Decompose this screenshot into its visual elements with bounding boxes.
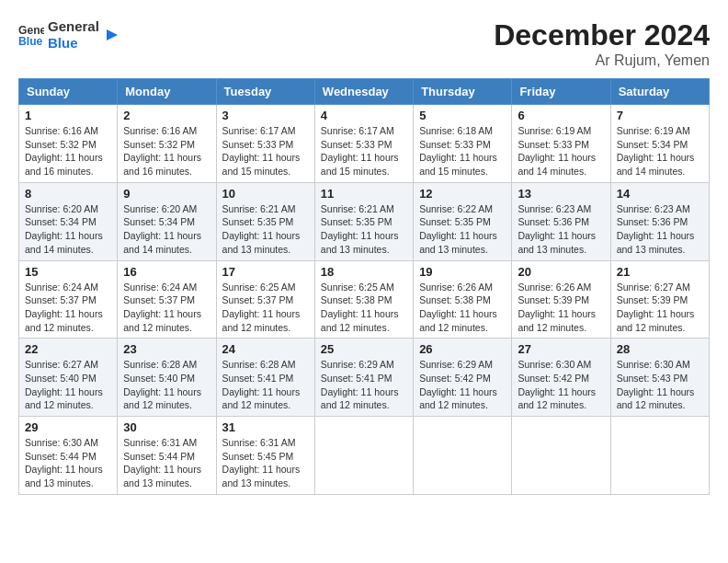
- calendar-cell: 27Sunrise: 6:30 AMSunset: 5:42 PMDayligh…: [512, 339, 610, 417]
- day-info: Sunrise: 6:28 AMSunset: 5:41 PMDaylight:…: [222, 358, 309, 412]
- calendar-cell: 20Sunrise: 6:26 AMSunset: 5:39 PMDayligh…: [512, 260, 610, 339]
- day-info: Sunrise: 6:23 AMSunset: 5:36 PMDaylight:…: [617, 202, 703, 257]
- location-subtitle: Ar Rujum, Yemen: [494, 52, 710, 69]
- calendar-table: SundayMondayTuesdayWednesdayThursdayFrid…: [18, 78, 710, 495]
- day-info: Sunrise: 6:21 AMSunset: 5:35 PMDaylight:…: [321, 202, 407, 257]
- day-info: Sunrise: 6:24 AMSunset: 5:37 PMDaylight:…: [123, 281, 210, 335]
- day-info: Sunrise: 6:26 AMSunset: 5:38 PMDaylight:…: [419, 281, 506, 335]
- day-number: 3: [222, 109, 309, 122]
- day-info: Sunrise: 6:21 AMSunset: 5:35 PMDaylight:…: [222, 202, 309, 257]
- day-info: Sunrise: 6:27 AMSunset: 5:40 PMDaylight:…: [25, 358, 111, 412]
- weekday-header-sunday: Sunday: [19, 79, 118, 105]
- day-info: Sunrise: 6:19 AMSunset: 5:34 PMDaylight:…: [617, 124, 703, 178]
- calendar-cell: 16Sunrise: 6:24 AMSunset: 5:37 PMDayligh…: [118, 260, 216, 339]
- weekday-header-saturday: Saturday: [610, 79, 709, 105]
- calendar-cell: 12Sunrise: 6:22 AMSunset: 5:35 PMDayligh…: [414, 182, 512, 260]
- title-block: December 2024 Ar Rujum, Yemen: [494, 18, 710, 69]
- calendar-header-row: SundayMondayTuesdayWednesdayThursdayFrid…: [19, 79, 710, 105]
- calendar-cell: [512, 417, 610, 495]
- calendar-cell: 17Sunrise: 6:25 AMSunset: 5:37 PMDayligh…: [216, 260, 314, 339]
- svg-text:Blue: Blue: [18, 35, 43, 48]
- day-info: Sunrise: 6:30 AMSunset: 5:43 PMDaylight:…: [617, 358, 703, 412]
- calendar-cell: 5Sunrise: 6:18 AMSunset: 5:33 PMDaylight…: [414, 105, 512, 183]
- logo: General Blue General Blue: [18, 18, 121, 52]
- day-number: 22: [25, 342, 111, 356]
- day-info: Sunrise: 6:25 AMSunset: 5:38 PMDaylight:…: [321, 281, 407, 335]
- calendar-cell: 18Sunrise: 6:25 AMSunset: 5:38 PMDayligh…: [314, 260, 413, 339]
- day-number: 1: [25, 109, 111, 122]
- calendar-cell: 26Sunrise: 6:29 AMSunset: 5:42 PMDayligh…: [414, 339, 512, 417]
- calendar-cell: 13Sunrise: 6:23 AMSunset: 5:36 PMDayligh…: [512, 182, 610, 260]
- calendar-cell: 22Sunrise: 6:27 AMSunset: 5:40 PMDayligh…: [19, 339, 118, 417]
- calendar-cell: [414, 417, 512, 495]
- calendar-cell: 24Sunrise: 6:28 AMSunset: 5:41 PMDayligh…: [216, 339, 314, 417]
- calendar-week-4: 22Sunrise: 6:27 AMSunset: 5:40 PMDayligh…: [19, 339, 710, 417]
- day-number: 10: [222, 187, 309, 201]
- day-info: Sunrise: 6:26 AMSunset: 5:39 PMDaylight:…: [518, 281, 604, 335]
- day-number: 25: [321, 342, 407, 356]
- calendar-cell: 6Sunrise: 6:19 AMSunset: 5:33 PMDaylight…: [512, 105, 610, 183]
- calendar-cell: 19Sunrise: 6:26 AMSunset: 5:38 PMDayligh…: [414, 260, 512, 339]
- day-number: 9: [123, 187, 210, 201]
- logo-arrow-icon: [103, 26, 121, 44]
- day-number: 26: [419, 342, 506, 356]
- day-number: 7: [617, 109, 703, 122]
- weekday-header-wednesday: Wednesday: [314, 79, 413, 105]
- day-info: Sunrise: 6:16 AMSunset: 5:32 PMDaylight:…: [123, 124, 210, 178]
- day-number: 11: [321, 187, 407, 201]
- day-info: Sunrise: 6:31 AMSunset: 5:45 PMDaylight:…: [222, 436, 309, 490]
- calendar-cell: 15Sunrise: 6:24 AMSunset: 5:37 PMDayligh…: [19, 260, 118, 339]
- day-number: 2: [123, 109, 210, 122]
- calendar-cell: 29Sunrise: 6:30 AMSunset: 5:44 PMDayligh…: [19, 417, 118, 495]
- calendar-cell: [610, 417, 709, 495]
- weekday-header-friday: Friday: [512, 79, 610, 105]
- calendar-cell: [314, 417, 413, 495]
- calendar-cell: 30Sunrise: 6:31 AMSunset: 5:44 PMDayligh…: [118, 417, 216, 495]
- calendar-cell: 25Sunrise: 6:29 AMSunset: 5:41 PMDayligh…: [314, 339, 413, 417]
- day-info: Sunrise: 6:25 AMSunset: 5:37 PMDaylight:…: [222, 281, 309, 335]
- day-number: 18: [321, 265, 407, 279]
- calendar-week-5: 29Sunrise: 6:30 AMSunset: 5:44 PMDayligh…: [19, 417, 710, 495]
- calendar-cell: 8Sunrise: 6:20 AMSunset: 5:34 PMDaylight…: [19, 182, 118, 260]
- calendar-cell: 1Sunrise: 6:16 AMSunset: 5:32 PMDaylight…: [19, 105, 118, 183]
- day-number: 29: [25, 420, 111, 434]
- calendar-cell: 7Sunrise: 6:19 AMSunset: 5:34 PMDaylight…: [610, 105, 709, 183]
- day-number: 27: [518, 342, 604, 356]
- day-info: Sunrise: 6:17 AMSunset: 5:33 PMDaylight:…: [321, 124, 407, 178]
- day-number: 19: [419, 265, 506, 279]
- weekday-header-thursday: Thursday: [414, 79, 512, 105]
- day-number: 21: [617, 265, 703, 279]
- day-info: Sunrise: 6:20 AMSunset: 5:34 PMDaylight:…: [25, 202, 111, 257]
- day-info: Sunrise: 6:24 AMSunset: 5:37 PMDaylight:…: [25, 281, 111, 335]
- day-info: Sunrise: 6:22 AMSunset: 5:35 PMDaylight:…: [419, 202, 506, 257]
- svg-marker-3: [107, 29, 118, 40]
- day-info: Sunrise: 6:30 AMSunset: 5:44 PMDaylight:…: [25, 436, 111, 490]
- day-info: Sunrise: 6:19 AMSunset: 5:33 PMDaylight:…: [518, 124, 604, 178]
- day-number: 28: [617, 342, 703, 356]
- day-number: 30: [123, 420, 210, 434]
- day-number: 12: [419, 187, 506, 201]
- calendar-cell: 14Sunrise: 6:23 AMSunset: 5:36 PMDayligh…: [610, 182, 709, 260]
- calendar-cell: 2Sunrise: 6:16 AMSunset: 5:32 PMDaylight…: [118, 105, 216, 183]
- calendar-week-1: 1Sunrise: 6:16 AMSunset: 5:32 PMDaylight…: [19, 105, 710, 183]
- day-info: Sunrise: 6:29 AMSunset: 5:41 PMDaylight:…: [321, 358, 407, 412]
- day-info: Sunrise: 6:27 AMSunset: 5:39 PMDaylight:…: [617, 281, 703, 335]
- day-number: 24: [222, 342, 309, 356]
- calendar-cell: 9Sunrise: 6:20 AMSunset: 5:34 PMDaylight…: [118, 182, 216, 260]
- day-number: 14: [617, 187, 703, 201]
- calendar-cell: 21Sunrise: 6:27 AMSunset: 5:39 PMDayligh…: [610, 260, 709, 339]
- day-number: 8: [25, 187, 111, 201]
- day-number: 20: [518, 265, 604, 279]
- day-info: Sunrise: 6:17 AMSunset: 5:33 PMDaylight:…: [222, 124, 309, 178]
- day-info: Sunrise: 6:29 AMSunset: 5:42 PMDaylight:…: [419, 358, 506, 412]
- page-header: General Blue General Blue December 2024 …: [18, 18, 710, 69]
- weekday-header-monday: Monday: [118, 79, 216, 105]
- day-info: Sunrise: 6:23 AMSunset: 5:36 PMDaylight:…: [518, 202, 604, 257]
- day-number: 15: [25, 265, 111, 279]
- calendar-cell: 28Sunrise: 6:30 AMSunset: 5:43 PMDayligh…: [610, 339, 709, 417]
- day-number: 5: [419, 109, 506, 122]
- day-number: 17: [222, 265, 309, 279]
- day-number: 13: [518, 187, 604, 201]
- logo-icon: General Blue: [18, 22, 44, 48]
- day-number: 23: [123, 342, 210, 356]
